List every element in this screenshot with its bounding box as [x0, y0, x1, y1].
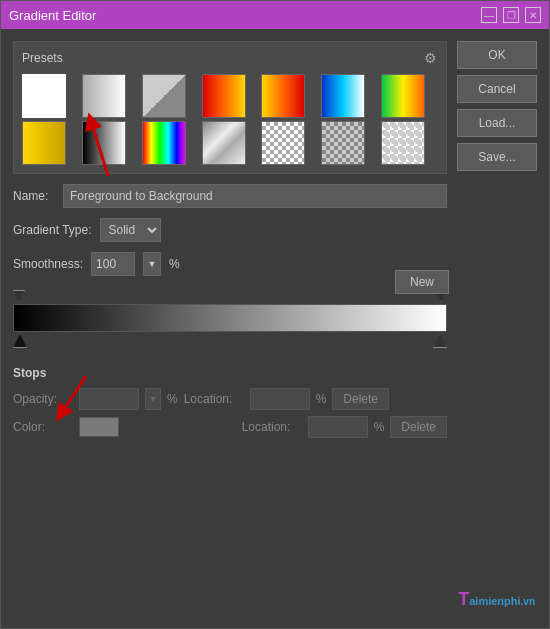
preset-item[interactable] — [22, 121, 66, 165]
ok-button[interactable]: OK — [457, 41, 537, 69]
preset-item[interactable] — [202, 121, 246, 165]
gradient-type-label: Gradient Type: — [13, 223, 92, 237]
right-panel: OK Cancel Load... Save... — [457, 41, 537, 616]
gear-icon[interactable]: ⚙ — [422, 50, 438, 66]
color-stop-row: Color: Location: % Delete — [13, 416, 447, 438]
opacity-delete-button[interactable]: Delete — [332, 388, 389, 410]
opacity-stop-row: Opacity: ▼ % Location: % Delete — [13, 388, 447, 410]
preset-item[interactable] — [321, 121, 365, 165]
preset-item[interactable] — [381, 74, 425, 118]
opacity-location-unit: % — [316, 392, 327, 406]
smoothness-unit: % — [169, 257, 180, 271]
color-location-label: Location: — [242, 420, 302, 434]
gradient-preview-bar[interactable] — [13, 304, 447, 332]
preset-item[interactable] — [261, 74, 305, 118]
cancel-button[interactable]: Cancel — [457, 75, 537, 103]
smoothness-row: Smoothness: ▼ % — [13, 252, 447, 276]
presets-grid — [22, 74, 438, 165]
name-row: Name: — [13, 184, 447, 208]
presets-header: Presets ⚙ — [22, 50, 438, 66]
title-bar: Gradient Editor — ❐ ✕ — [1, 1, 549, 29]
opacity-label: Opacity: — [13, 392, 73, 406]
preset-item[interactable] — [321, 74, 365, 118]
main-content: Presets ⚙ — [1, 29, 549, 628]
preset-item[interactable] — [261, 121, 305, 165]
window-controls: — ❐ ✕ — [481, 7, 541, 23]
close-button[interactable]: ✕ — [525, 7, 541, 23]
preset-item[interactable] — [202, 74, 246, 118]
watermark-t: T — [458, 589, 469, 609]
color-label: Color: — [13, 420, 73, 434]
preset-item[interactable] — [142, 121, 186, 165]
name-input[interactable] — [63, 184, 447, 208]
color-delete-button[interactable]: Delete — [390, 416, 447, 438]
opacity-value-input[interactable] — [79, 388, 139, 410]
color-stop-left[interactable] — [13, 334, 27, 348]
left-panel: Presets ⚙ — [13, 41, 447, 616]
opacity-dropdown[interactable]: ▼ — [145, 388, 161, 410]
color-location-unit: % — [374, 420, 385, 434]
opacity-unit: % — [167, 392, 178, 406]
save-button[interactable]: Save... — [457, 143, 537, 171]
presets-section: Presets ⚙ — [13, 41, 447, 174]
preset-item[interactable] — [82, 74, 126, 118]
color-swatch[interactable] — [79, 417, 119, 437]
smoothness-dropdown-icon[interactable]: ▼ — [143, 252, 161, 276]
opacity-location-input[interactable] — [250, 388, 310, 410]
color-location-input[interactable] — [308, 416, 368, 438]
gradient-editor-window: Gradient Editor — ❐ ✕ Presets ⚙ — [0, 0, 550, 629]
opacity-stop-left[interactable] — [13, 290, 25, 302]
opacity-location-label: Location: — [184, 392, 244, 406]
name-label: Name: — [13, 189, 55, 203]
gradient-bottom-stops — [13, 334, 447, 348]
gradient-type-row: Gradient Type: Solid Noise — [13, 218, 447, 242]
restore-button[interactable]: ❐ — [503, 7, 519, 23]
color-stop-right[interactable] — [433, 334, 447, 348]
minimize-button[interactable]: — — [481, 7, 497, 23]
preset-item[interactable] — [142, 74, 186, 118]
presets-label: Presets — [22, 51, 63, 65]
gradient-bar-container — [13, 290, 447, 348]
preset-item[interactable] — [82, 121, 126, 165]
smoothness-input[interactable] — [91, 252, 135, 276]
preset-item[interactable] — [22, 74, 66, 118]
gradient-top-stops — [13, 290, 447, 302]
watermark: Taimienphi.vn — [458, 589, 535, 610]
window-title: Gradient Editor — [9, 8, 96, 23]
bottom-section: Name: Gradient Type: Solid Noise Smoothn… — [13, 184, 447, 444]
watermark-suffix: .vn — [521, 596, 535, 607]
new-button[interactable]: New — [395, 270, 449, 294]
stops-title: Stops — [13, 366, 447, 380]
preset-item[interactable] — [381, 121, 425, 165]
smoothness-label: Smoothness: — [13, 257, 83, 271]
stops-section: Stops Opacity: ▼ % Location: % Delete — [13, 366, 447, 444]
load-button[interactable]: Load... — [457, 109, 537, 137]
new-button-wrapper: New — [395, 270, 449, 294]
watermark-rest: aimienphi — [469, 595, 520, 607]
gradient-type-select[interactable]: Solid Noise — [100, 218, 161, 242]
